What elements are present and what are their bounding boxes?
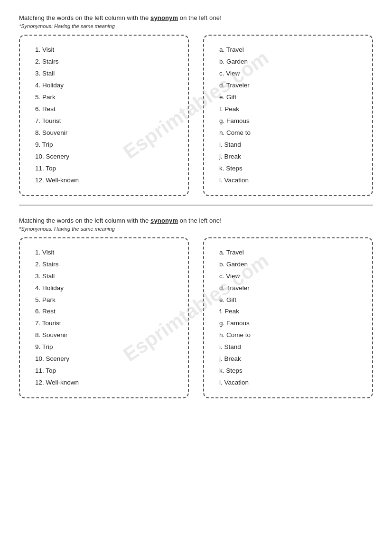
section-2: Matching the words on the left column wi… xyxy=(19,217,373,399)
right-word-item: h. Come to xyxy=(217,329,359,341)
left-word-item: 6. Rest xyxy=(33,306,175,318)
left-word-list: 1. Visit2. Stairs3. Stall4. Holiday5. Pa… xyxy=(33,247,175,389)
right-word-item: d. Traveler xyxy=(217,282,359,294)
right-word-item: c. View xyxy=(217,271,359,282)
section-1: Matching the words on the left column wi… xyxy=(19,14,373,196)
left-word-item: 10. Scenery xyxy=(33,353,175,365)
synonym-keyword: synonym xyxy=(150,217,178,224)
right-word-item: e. Gift xyxy=(217,92,359,103)
columns-container: 1. Visit2. Stairs3. Stall4. Holiday5. Pa… xyxy=(19,35,373,196)
left-word-box: 1. Visit2. Stairs3. Stall4. Holiday5. Pa… xyxy=(19,237,189,399)
right-word-item: a. Travel xyxy=(217,247,359,259)
right-word-item: i. Stand xyxy=(217,139,359,151)
left-word-item: 3. Stall xyxy=(33,271,175,282)
left-word-item: 1. Visit xyxy=(33,247,175,259)
left-word-item: 2. Stairs xyxy=(33,56,175,68)
synonym-keyword: synonym xyxy=(150,14,178,21)
section-divider xyxy=(19,205,373,206)
right-word-item: c. View xyxy=(217,68,359,80)
right-word-item: j. Break xyxy=(217,151,359,163)
right-word-item: d. Traveler xyxy=(217,80,359,92)
left-word-item: 10. Scenery xyxy=(33,151,175,163)
left-word-item: 2. Stairs xyxy=(33,259,175,271)
left-word-item: 8. Souvenir xyxy=(33,329,175,341)
left-word-item: 6. Rest xyxy=(33,103,175,115)
right-word-item: l. Vacation xyxy=(217,175,359,187)
right-word-item: a. Travel xyxy=(217,44,359,56)
right-word-box: a. Travelb. Gardenc. Viewd. Travelere. G… xyxy=(203,237,373,399)
left-word-item: 9. Trip xyxy=(33,341,175,353)
right-word-item: g. Famous xyxy=(217,318,359,329)
right-word-item: f. Peak xyxy=(217,306,359,318)
left-word-item: 7. Tourist xyxy=(33,115,175,127)
left-word-item: 12. Well-known xyxy=(33,175,175,187)
left-word-item: 4. Holiday xyxy=(33,80,175,92)
right-word-box: a. Travelb. Gardenc. Viewd. Travelere. G… xyxy=(203,35,373,196)
left-word-item: 9. Trip xyxy=(33,139,175,151)
right-word-item: k. Steps xyxy=(217,365,359,377)
left-word-item: 11. Top xyxy=(33,365,175,377)
subtitle-text: *Synonymous: Having the same meaning xyxy=(19,23,373,29)
left-word-item: 1. Visit xyxy=(33,44,175,56)
left-word-item: 5. Park xyxy=(33,294,175,306)
right-word-item: e. Gift xyxy=(217,294,359,306)
left-word-box: 1. Visit2. Stairs3. Stall4. Holiday5. Pa… xyxy=(19,35,189,196)
left-word-item: 11. Top xyxy=(33,163,175,175)
left-word-item: 8. Souvenir xyxy=(33,127,175,139)
right-word-item: k. Steps xyxy=(217,163,359,175)
right-word-item: j. Break xyxy=(217,353,359,365)
left-word-item: 3. Stall xyxy=(33,68,175,80)
left-word-item: 12. Well-known xyxy=(33,377,175,389)
right-word-item: b. Garden xyxy=(217,56,359,68)
left-word-item: 4. Holiday xyxy=(33,282,175,294)
right-word-item: l. Vacation xyxy=(217,377,359,389)
instruction-text: Matching the words on the left column wi… xyxy=(19,217,373,224)
columns-container: 1. Visit2. Stairs3. Stall4. Holiday5. Pa… xyxy=(19,237,373,399)
right-word-list: a. Travelb. Gardenc. Viewd. Travelere. G… xyxy=(217,247,359,389)
right-word-item: h. Come to xyxy=(217,127,359,139)
right-word-item: b. Garden xyxy=(217,259,359,271)
instruction-text: Matching the words on the left column wi… xyxy=(19,14,373,21)
right-word-list: a. Travelb. Gardenc. Viewd. Travelere. G… xyxy=(217,44,359,187)
right-word-item: f. Peak xyxy=(217,103,359,115)
subtitle-text: *Synonymous: Having the same meaning xyxy=(19,226,373,232)
left-word-item: 7. Tourist xyxy=(33,318,175,329)
left-word-list: 1. Visit2. Stairs3. Stall4. Holiday5. Pa… xyxy=(33,44,175,187)
right-word-item: i. Stand xyxy=(217,341,359,353)
right-word-item: g. Famous xyxy=(217,115,359,127)
left-word-item: 5. Park xyxy=(33,92,175,103)
